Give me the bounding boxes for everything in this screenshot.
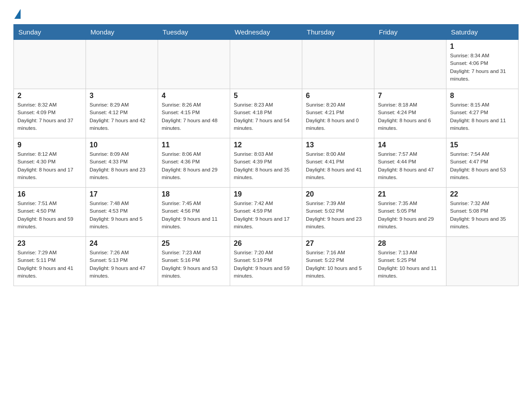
calendar-cell: 26Sunrise: 7:20 AMSunset: 5:19 PMDayligh… xyxy=(230,237,302,286)
calendar-cell: 18Sunrise: 7:45 AMSunset: 4:56 PMDayligh… xyxy=(158,188,230,237)
day-number: 8 xyxy=(450,92,515,100)
week-row-1: 1Sunrise: 8:34 AMSunset: 4:06 PMDaylight… xyxy=(14,40,519,89)
calendar-cell: 25Sunrise: 7:23 AMSunset: 5:16 PMDayligh… xyxy=(158,237,230,286)
calendar-cell: 22Sunrise: 7:32 AMSunset: 5:08 PMDayligh… xyxy=(446,188,519,237)
day-info: Sunrise: 8:12 AMSunset: 4:30 PMDaylight:… xyxy=(17,150,82,181)
calendar-cell: 15Sunrise: 7:54 AMSunset: 4:47 PMDayligh… xyxy=(446,138,519,188)
day-number: 6 xyxy=(306,92,370,100)
day-info: Sunrise: 7:45 AMSunset: 4:56 PMDaylight:… xyxy=(162,200,226,231)
day-info: Sunrise: 8:32 AMSunset: 4:09 PMDaylight:… xyxy=(17,101,82,132)
day-number: 12 xyxy=(234,141,298,149)
day-number: 4 xyxy=(162,92,226,100)
day-number: 23 xyxy=(17,240,82,248)
weekday-header-friday: Friday xyxy=(374,25,446,40)
day-info: Sunrise: 7:16 AMSunset: 5:22 PMDaylight:… xyxy=(306,249,370,280)
day-number: 5 xyxy=(234,92,298,100)
day-number: 16 xyxy=(17,190,82,198)
day-number: 25 xyxy=(162,240,226,248)
calendar-cell: 8Sunrise: 8:15 AMSunset: 4:27 PMDaylight… xyxy=(446,89,519,138)
day-info: Sunrise: 8:20 AMSunset: 4:21 PMDaylight:… xyxy=(306,101,370,132)
day-info: Sunrise: 7:51 AMSunset: 4:50 PMDaylight:… xyxy=(17,200,82,231)
day-info: Sunrise: 7:13 AMSunset: 5:25 PMDaylight:… xyxy=(378,249,442,280)
day-number: 28 xyxy=(378,240,442,248)
weekday-header-thursday: Thursday xyxy=(302,25,374,40)
calendar-cell: 16Sunrise: 7:51 AMSunset: 4:50 PMDayligh… xyxy=(14,188,86,237)
calendar-cell: 1Sunrise: 8:34 AMSunset: 4:06 PMDaylight… xyxy=(446,40,519,89)
calendar-cell: 23Sunrise: 7:29 AMSunset: 5:11 PMDayligh… xyxy=(14,237,86,286)
calendar-cell: 21Sunrise: 7:35 AMSunset: 5:05 PMDayligh… xyxy=(374,188,446,237)
day-info: Sunrise: 7:32 AMSunset: 5:08 PMDaylight:… xyxy=(450,200,515,231)
calendar-cell: 27Sunrise: 7:16 AMSunset: 5:22 PMDayligh… xyxy=(302,237,374,286)
day-number: 26 xyxy=(234,240,298,248)
weekday-header-tuesday: Tuesday xyxy=(158,25,230,40)
day-info: Sunrise: 8:18 AMSunset: 4:24 PMDaylight:… xyxy=(378,101,442,132)
day-info: Sunrise: 7:20 AMSunset: 5:19 PMDaylight:… xyxy=(234,249,298,280)
calendar-cell: 20Sunrise: 7:39 AMSunset: 5:02 PMDayligh… xyxy=(302,188,374,237)
calendar-cell xyxy=(14,40,86,89)
calendar-cell: 24Sunrise: 7:26 AMSunset: 5:13 PMDayligh… xyxy=(86,237,158,286)
calendar-cell xyxy=(158,40,230,89)
calendar-cell: 13Sunrise: 8:00 AMSunset: 4:41 PMDayligh… xyxy=(302,138,374,188)
day-info: Sunrise: 8:15 AMSunset: 4:27 PMDaylight:… xyxy=(450,101,515,132)
day-info: Sunrise: 7:48 AMSunset: 4:53 PMDaylight:… xyxy=(90,200,154,231)
day-number: 15 xyxy=(450,141,515,149)
weekday-header-sunday: Sunday xyxy=(14,25,86,40)
calendar-cell: 2Sunrise: 8:32 AMSunset: 4:09 PMDaylight… xyxy=(14,89,86,138)
weekday-header-wednesday: Wednesday xyxy=(230,25,302,40)
day-number: 10 xyxy=(90,141,154,149)
calendar-cell: 17Sunrise: 7:48 AMSunset: 4:53 PMDayligh… xyxy=(86,188,158,237)
logo xyxy=(13,9,21,20)
day-info: Sunrise: 7:39 AMSunset: 5:02 PMDaylight:… xyxy=(306,200,370,231)
day-info: Sunrise: 8:09 AMSunset: 4:33 PMDaylight:… xyxy=(90,150,154,181)
day-info: Sunrise: 8:23 AMSunset: 4:18 PMDaylight:… xyxy=(234,101,298,132)
day-number: 1 xyxy=(450,43,515,51)
calendar-cell xyxy=(446,237,519,286)
day-number: 27 xyxy=(306,240,370,248)
day-number: 17 xyxy=(90,190,154,198)
day-number: 14 xyxy=(378,141,442,149)
day-number: 7 xyxy=(378,92,442,100)
calendar-cell: 12Sunrise: 8:03 AMSunset: 4:39 PMDayligh… xyxy=(230,138,302,188)
calendar-cell: 14Sunrise: 7:57 AMSunset: 4:44 PMDayligh… xyxy=(374,138,446,188)
day-number: 24 xyxy=(90,240,154,248)
day-number: 18 xyxy=(162,190,226,198)
day-number: 11 xyxy=(162,141,226,149)
calendar-cell: 9Sunrise: 8:12 AMSunset: 4:30 PMDaylight… xyxy=(14,138,86,188)
day-number: 13 xyxy=(306,141,370,149)
day-info: Sunrise: 8:03 AMSunset: 4:39 PMDaylight:… xyxy=(234,150,298,181)
calendar-cell: 28Sunrise: 7:13 AMSunset: 5:25 PMDayligh… xyxy=(374,237,446,286)
calendar-cell: 19Sunrise: 7:42 AMSunset: 4:59 PMDayligh… xyxy=(230,188,302,237)
day-info: Sunrise: 7:23 AMSunset: 5:16 PMDaylight:… xyxy=(162,249,226,280)
day-number: 22 xyxy=(450,190,515,198)
weekday-header-monday: Monday xyxy=(86,25,158,40)
calendar-cell: 3Sunrise: 8:29 AMSunset: 4:12 PMDaylight… xyxy=(86,89,158,138)
calendar-cell: 10Sunrise: 8:09 AMSunset: 4:33 PMDayligh… xyxy=(86,138,158,188)
day-number: 19 xyxy=(234,190,298,198)
day-info: Sunrise: 8:00 AMSunset: 4:41 PMDaylight:… xyxy=(306,150,370,181)
day-number: 9 xyxy=(17,141,82,149)
day-number: 3 xyxy=(90,92,154,100)
day-number: 21 xyxy=(378,190,442,198)
calendar-cell: 6Sunrise: 8:20 AMSunset: 4:21 PMDaylight… xyxy=(302,89,374,138)
calendar-cell xyxy=(302,40,374,89)
week-row-3: 9Sunrise: 8:12 AMSunset: 4:30 PMDaylight… xyxy=(14,138,519,188)
day-info: Sunrise: 7:42 AMSunset: 4:59 PMDaylight:… xyxy=(234,200,298,231)
logo-triangle-icon xyxy=(14,9,21,19)
calendar-table: SundayMondayTuesdayWednesdayThursdayFrid… xyxy=(13,24,519,286)
week-row-2: 2Sunrise: 8:32 AMSunset: 4:09 PMDaylight… xyxy=(14,89,519,138)
day-info: Sunrise: 7:57 AMSunset: 4:44 PMDaylight:… xyxy=(378,150,442,181)
day-info: Sunrise: 8:26 AMSunset: 4:15 PMDaylight:… xyxy=(162,101,226,132)
day-info: Sunrise: 7:54 AMSunset: 4:47 PMDaylight:… xyxy=(450,150,515,181)
calendar-cell: 7Sunrise: 8:18 AMSunset: 4:24 PMDaylight… xyxy=(374,89,446,138)
calendar-cell: 5Sunrise: 8:23 AMSunset: 4:18 PMDaylight… xyxy=(230,89,302,138)
calendar-cell xyxy=(230,40,302,89)
day-info: Sunrise: 7:29 AMSunset: 5:11 PMDaylight:… xyxy=(17,249,82,280)
week-row-4: 16Sunrise: 7:51 AMSunset: 4:50 PMDayligh… xyxy=(14,188,519,237)
calendar-cell: 11Sunrise: 8:06 AMSunset: 4:36 PMDayligh… xyxy=(158,138,230,188)
day-info: Sunrise: 8:29 AMSunset: 4:12 PMDaylight:… xyxy=(90,101,154,132)
page-header xyxy=(13,9,519,20)
day-info: Sunrise: 7:35 AMSunset: 5:05 PMDaylight:… xyxy=(378,200,442,231)
week-row-5: 23Sunrise: 7:29 AMSunset: 5:11 PMDayligh… xyxy=(14,237,519,286)
calendar-cell xyxy=(374,40,446,89)
calendar-header-row: SundayMondayTuesdayWednesdayThursdayFrid… xyxy=(14,25,519,40)
